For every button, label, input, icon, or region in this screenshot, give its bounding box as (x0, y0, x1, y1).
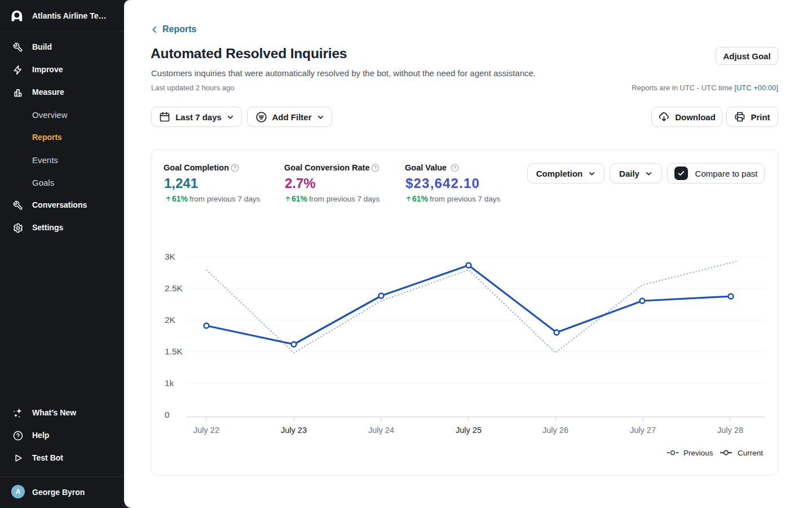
svg-text:July 24: July 24 (368, 426, 394, 435)
svg-text:2.5K: 2.5K (165, 283, 183, 293)
svg-text:July 28: July 28 (717, 426, 743, 435)
svg-text:July 25: July 25 (456, 426, 482, 435)
svg-text:Current: Current (738, 449, 763, 457)
svg-text:July 26: July 26 (542, 426, 568, 435)
svg-text:1.5K: 1.5K (165, 347, 183, 356)
svg-text:3K: 3K (165, 252, 176, 261)
svg-text:July 22: July 22 (193, 426, 219, 435)
svg-text:July 23: July 23 (281, 426, 307, 435)
svg-text:July 27: July 27 (630, 426, 656, 435)
svg-text:0: 0 (165, 410, 170, 419)
svg-text:Previous: Previous (683, 449, 713, 457)
svg-text:1k: 1k (165, 378, 174, 388)
svg-text:2K: 2K (165, 315, 176, 325)
